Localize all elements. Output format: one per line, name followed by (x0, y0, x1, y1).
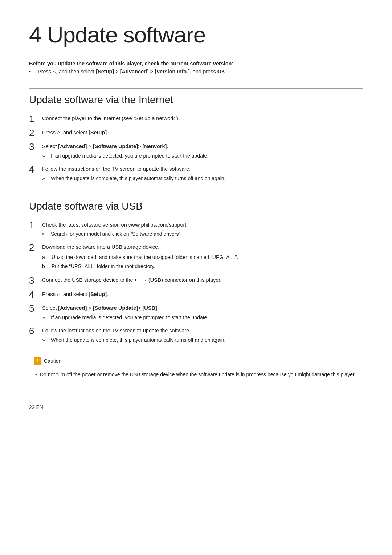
step-1-content: Connect the player to the Internet (see … (42, 114, 363, 123)
usb-step-5: 5 Select [Advanced] > [Software Update]>… (29, 303, 363, 322)
usb-step-4-content: Press ⌂, and select [Setup]. (42, 289, 363, 299)
intro-item: • Press ⌂, and then select [Setup] > [Ad… (29, 69, 363, 74)
usb-step-3-text: Connect the USB storage device to the •←… (42, 277, 221, 283)
chapter-number: 4 (29, 22, 41, 47)
usb-step-6-text: Follow the instructions on the TV screen… (42, 328, 191, 333)
home-icon-2: ⌂ (57, 130, 60, 135)
section-internet: Update software via the Internet 1 Conne… (29, 88, 363, 183)
caution-title: Caution (44, 358, 61, 364)
step-number-2: 2 (29, 128, 38, 138)
usb-step-number-3: 3 (29, 275, 38, 286)
usb-steps-list: 1 Check the latest software version on w… (29, 220, 363, 345)
caution-body: • Do not turn off the power or remove th… (29, 367, 363, 382)
step-4-text: Follow the instructions on the TV screen… (42, 166, 191, 172)
usb-step-1-sub-list: • Search for your model and click on “So… (42, 230, 363, 238)
usb-step-number-6: 6 (29, 326, 38, 336)
caution-bullet: • (35, 371, 37, 378)
step-3-text: Select [Advanced] > [Software Update]> [… (42, 143, 168, 149)
usb-step-1-sub-1: • Search for your model and click on “So… (42, 230, 363, 238)
step-3-content: Select [Advanced] > [Software Update]> [… (42, 142, 363, 161)
usb-step-number-4: 4 (29, 289, 38, 300)
alpha-b-text: Put the “UPG_ALL” folder in the root dir… (52, 263, 155, 270)
usb-step-number-2: 2 (29, 242, 38, 253)
sub-arrow-usb6: » (42, 336, 49, 344)
intro-bullet: • (29, 69, 35, 74)
page-footer: 22 EN (29, 404, 363, 410)
usb-step-6-sub-list: » When the update is complete, this play… (42, 336, 363, 344)
home-icon: ⌂ (53, 69, 56, 74)
usb-step-1-sub-1-text: Search for your model and click on “Soft… (51, 230, 182, 238)
caution-header: ! Caution (29, 355, 363, 367)
usb-step-5-sub-list: » If an upgrade media is detected, you a… (42, 314, 363, 321)
home-icon-usb4: ⌂ (57, 291, 60, 297)
step-3-sub-1: » If an upgrade media is detected, you a… (42, 152, 363, 160)
usb-step-2-content: Download the software into a USB storage… (42, 242, 363, 272)
usb-step-number-1: 1 (29, 220, 38, 231)
usb-step-2-text: Download the software into a USB storage… (42, 244, 159, 250)
usb-step-2: 2 Download the software into a USB stora… (29, 242, 363, 272)
internet-step-2: 2 Press ⌂, and select [Setup]. (29, 128, 363, 138)
internet-step-1: 1 Connect the player to the Internet (se… (29, 114, 363, 124)
usb-step-6-content: Follow the instructions on the TV screen… (42, 326, 363, 345)
usb-step-5-text: Select [Advanced] > [Software Update]> [… (42, 305, 159, 311)
step-number-4: 4 (29, 164, 38, 175)
usb-step-6-sub-1-text: When the update is complete, this player… (51, 336, 225, 344)
intro-item-text: Press ⌂, and then select [Setup] > [Adva… (38, 69, 226, 74)
usb-connector-icon: •←→ (135, 277, 147, 283)
caution-bullet-item: • Do not turn off the power or remove th… (35, 371, 357, 378)
usb-step-4: 4 Press ⌂, and select [Setup]. (29, 289, 363, 300)
section-internet-title: Update software via the Internet (29, 88, 363, 106)
step-4-sub-1-text: When the update is complete, this player… (51, 175, 225, 182)
usb-step-5-sub-1-text: If an upgrade media is detected, you are… (51, 314, 208, 321)
step-4-sub-1: » When the update is complete, this play… (42, 175, 363, 182)
caution-box: ! Caution • Do not turn off the power or… (29, 355, 363, 382)
step-number-3: 3 (29, 142, 38, 152)
sub-arrow: » (42, 152, 49, 160)
section-usb-title: Update software via USB (29, 195, 363, 212)
usb-step-1: 1 Check the latest software version on w… (29, 220, 363, 239)
caution-icon: ! (34, 357, 41, 365)
alpha-label-b: b (42, 263, 49, 270)
intro-bold-text: Before you update the software of this p… (29, 61, 363, 66)
usb-step-3-content: Connect the USB storage device to the •←… (42, 275, 363, 284)
internet-step-3: 3 Select [Advanced] > [Software Update]>… (29, 142, 363, 161)
intro-block: Before you update the software of this p… (29, 61, 363, 74)
step-2-text: Press ⌂, and select [Setup]. (42, 130, 108, 135)
usb-step-number-5: 5 (29, 303, 38, 314)
sub-arrow-4: » (42, 175, 49, 182)
usb-step-5-sub-1: » If an upgrade media is detected, you a… (42, 314, 363, 321)
usb-step-2-alpha-a: a Unzip the download, and make sure that… (42, 254, 363, 261)
page-number: 22 EN (29, 404, 43, 410)
section-usb: Update software via USB 1 Check the late… (29, 195, 363, 382)
usb-step-6: 6 Follow the instructions on the TV scre… (29, 326, 363, 345)
page-title: 4 Update software (29, 22, 363, 48)
sub-arrow-usb5: » (42, 314, 49, 321)
step-number-1: 1 (29, 114, 38, 124)
caution-text: Do not turn off the power or remove the … (40, 371, 356, 378)
usb-step-6-sub-1: » When the update is complete, this play… (42, 336, 363, 344)
usb-step-5-content: Select [Advanced] > [Software Update]> [… (42, 303, 363, 322)
internet-step-4: 4 Follow the instructions on the TV scre… (29, 164, 363, 183)
step-3-sub-list: » If an upgrade media is detected, you a… (42, 152, 363, 160)
usb-step-4-text: Press ⌂, and select [Setup]. (42, 291, 108, 297)
step-4-content: Follow the instructions on the TV screen… (42, 164, 363, 183)
bullet-icon: • (42, 230, 49, 238)
internet-steps-list: 1 Connect the player to the Internet (se… (29, 114, 363, 183)
usb-step-3: 3 Connect the USB storage device to the … (29, 275, 363, 286)
usb-step-1-text: Check the latest software version on www… (42, 222, 188, 228)
usb-step-2-alpha-list: a Unzip the download, and make sure that… (42, 254, 363, 270)
page-title-text: Update software (47, 22, 205, 47)
step-3-sub-1-text: If an upgrade media is detected, you are… (51, 152, 208, 160)
usb-step-1-content: Check the latest software version on www… (42, 220, 363, 239)
step-4-sub-list: » When the update is complete, this play… (42, 175, 363, 182)
step-2-content: Press ⌂, and select [Setup]. (42, 128, 363, 137)
usb-step-2-alpha-b: b Put the “UPG_ALL” folder in the root d… (42, 263, 363, 270)
step-1-text: Connect the player to the Internet (see … (42, 116, 180, 121)
alpha-a-text: Unzip the download, and make sure that t… (52, 254, 238, 261)
alpha-label-a: a (42, 254, 49, 261)
